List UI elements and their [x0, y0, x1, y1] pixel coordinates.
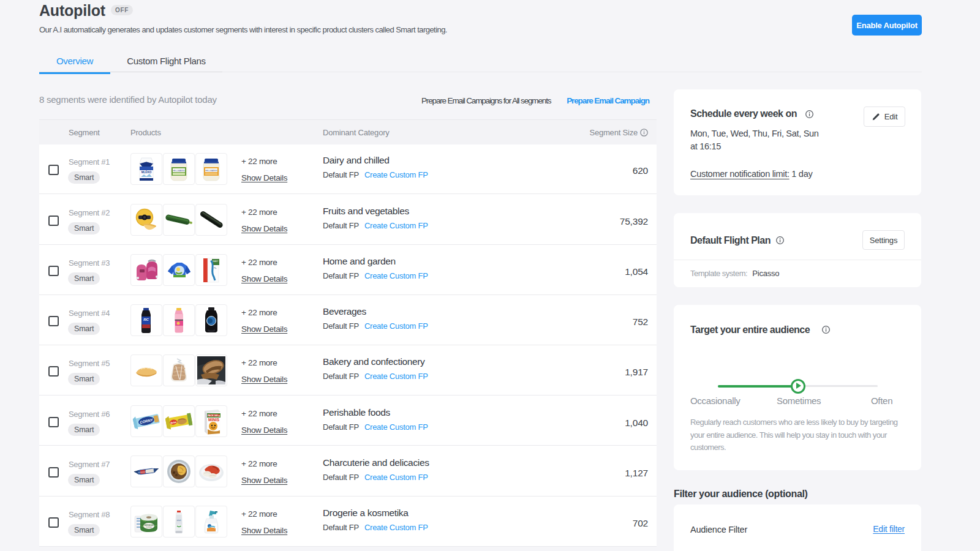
svg-text:EASY: EASY	[213, 260, 219, 263]
svg-text:MINIS: MINIS	[208, 418, 220, 422]
svg-text:HELLMANNS: HELLMANNS	[205, 170, 217, 172]
svg-text:2-vrstvý: 2-vrstvý	[146, 526, 152, 528]
svg-text:RC: RC	[143, 318, 149, 321]
svg-text:vitalr: vitalr	[176, 519, 181, 522]
svg-text:HARMASAN: HARMASAN	[143, 524, 154, 527]
svg-text:PACK 340 g: PACK 340 g	[208, 414, 220, 417]
svg-text:HELLMANNS: HELLMANNS	[173, 170, 185, 172]
svg-text:MLÉKO: MLÉKO	[141, 170, 152, 174]
